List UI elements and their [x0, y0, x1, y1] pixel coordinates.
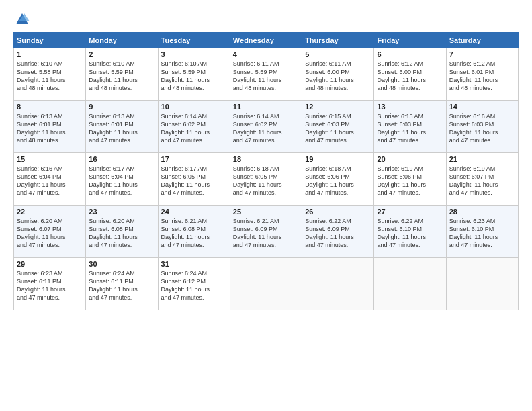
day-number: 28 — [449, 208, 515, 216]
calendar-week-row: 29Sunrise: 6:23 AMSunset: 6:11 PMDayligh… — [14, 258, 519, 310]
day-number: 1 — [17, 50, 83, 58]
calendar-day-cell: 19Sunrise: 6:18 AMSunset: 6:06 PMDayligh… — [302, 153, 374, 205]
day-info: Sunrise: 6:17 AMSunset: 6:04 PMDaylight:… — [89, 165, 154, 197]
calendar-day-cell: 18Sunrise: 6:18 AMSunset: 6:05 PMDayligh… — [230, 153, 302, 205]
day-number: 31 — [161, 260, 227, 268]
calendar-day-cell: 12Sunrise: 6:15 AMSunset: 6:03 PMDayligh… — [302, 101, 374, 153]
calendar-day-cell: 3Sunrise: 6:10 AMSunset: 5:59 PMDaylight… — [158, 48, 230, 101]
day-info: Sunrise: 6:20 AMSunset: 6:08 PMDaylight:… — [89, 217, 154, 250]
header — [13, 12, 519, 27]
day-number: 4 — [233, 50, 299, 58]
day-info: Sunrise: 6:24 AMSunset: 6:12 PMDaylight:… — [161, 269, 227, 302]
day-number: 20 — [377, 155, 443, 163]
empty-cell — [374, 258, 446, 310]
calendar-day-cell: 9Sunrise: 6:13 AMSunset: 6:01 PMDaylight… — [86, 101, 158, 153]
day-number: 24 — [161, 208, 227, 216]
weekday-header: Tuesday — [158, 33, 230, 48]
empty-cell — [230, 258, 302, 310]
day-number: 11 — [233, 103, 299, 111]
day-number: 25 — [233, 208, 299, 216]
day-number: 13 — [377, 103, 443, 111]
day-info: Sunrise: 6:16 AMSunset: 6:03 PMDaylight:… — [449, 112, 515, 145]
day-number: 10 — [161, 103, 227, 111]
day-info: Sunrise: 6:13 AMSunset: 6:01 PMDaylight:… — [17, 112, 83, 145]
calendar-day-cell: 25Sunrise: 6:21 AMSunset: 6:09 PMDayligh… — [230, 205, 302, 258]
day-info: Sunrise: 6:24 AMSunset: 6:11 PMDaylight:… — [89, 269, 154, 302]
calendar: SundayMondayTuesdayWednesdayThursdayFrid… — [13, 32, 519, 310]
calendar-day-cell: 23Sunrise: 6:20 AMSunset: 6:08 PMDayligh… — [86, 205, 158, 258]
day-info: Sunrise: 6:22 AMSunset: 6:09 PMDaylight:… — [305, 217, 371, 250]
day-info: Sunrise: 6:14 AMSunset: 6:02 PMDaylight:… — [161, 112, 227, 145]
day-info: Sunrise: 6:20 AMSunset: 6:07 PMDaylight:… — [17, 217, 83, 250]
day-number: 22 — [17, 208, 83, 216]
day-number: 14 — [449, 103, 515, 111]
day-info: Sunrise: 6:21 AMSunset: 6:08 PMDaylight:… — [161, 217, 227, 250]
calendar-day-cell: 21Sunrise: 6:19 AMSunset: 6:07 PMDayligh… — [446, 153, 518, 205]
day-number: 6 — [377, 50, 443, 58]
day-info: Sunrise: 6:12 AMSunset: 6:00 PMDaylight:… — [377, 60, 443, 93]
calendar-week-row: 1Sunrise: 6:10 AMSunset: 5:58 PMDaylight… — [14, 48, 519, 101]
day-info: Sunrise: 6:19 AMSunset: 6:06 PMDaylight:… — [377, 165, 443, 197]
day-info: Sunrise: 6:18 AMSunset: 6:06 PMDaylight:… — [305, 165, 371, 197]
calendar-day-cell: 20Sunrise: 6:19 AMSunset: 6:06 PMDayligh… — [374, 153, 446, 205]
calendar-day-cell: 1Sunrise: 6:10 AMSunset: 5:58 PMDaylight… — [14, 48, 86, 101]
day-number: 9 — [89, 103, 154, 111]
calendar-day-cell: 2Sunrise: 6:10 AMSunset: 5:59 PMDaylight… — [86, 48, 158, 101]
page: SundayMondayTuesdayWednesdayThursdayFrid… — [0, 0, 532, 411]
calendar-day-cell: 4Sunrise: 6:11 AMSunset: 5:59 PMDaylight… — [230, 48, 302, 101]
weekday-header: Sunday — [14, 33, 86, 48]
weekday-header: Friday — [374, 33, 446, 48]
day-info: Sunrise: 6:21 AMSunset: 6:09 PMDaylight:… — [233, 217, 299, 250]
weekday-header: Saturday — [446, 33, 518, 48]
calendar-day-cell: 22Sunrise: 6:20 AMSunset: 6:07 PMDayligh… — [14, 205, 86, 258]
weekday-header: Thursday — [302, 33, 374, 48]
calendar-day-cell: 10Sunrise: 6:14 AMSunset: 6:02 PMDayligh… — [158, 101, 230, 153]
calendar-day-cell: 14Sunrise: 6:16 AMSunset: 6:03 PMDayligh… — [446, 101, 518, 153]
calendar-day-cell: 24Sunrise: 6:21 AMSunset: 6:08 PMDayligh… — [158, 205, 230, 258]
calendar-week-row: 8Sunrise: 6:13 AMSunset: 6:01 PMDaylight… — [14, 101, 519, 153]
day-number: 26 — [305, 208, 371, 216]
weekday-header: Monday — [86, 33, 158, 48]
calendar-day-cell: 7Sunrise: 6:12 AMSunset: 6:01 PMDaylight… — [446, 48, 518, 101]
day-info: Sunrise: 6:15 AMSunset: 6:03 PMDaylight:… — [305, 112, 371, 145]
day-number: 7 — [449, 50, 515, 58]
day-info: Sunrise: 6:11 AMSunset: 5:59 PMDaylight:… — [233, 60, 299, 93]
day-number: 19 — [305, 155, 371, 163]
calendar-week-row: 22Sunrise: 6:20 AMSunset: 6:07 PMDayligh… — [14, 205, 519, 258]
calendar-day-cell: 17Sunrise: 6:17 AMSunset: 6:05 PMDayligh… — [158, 153, 230, 205]
calendar-day-cell: 27Sunrise: 6:22 AMSunset: 6:10 PMDayligh… — [374, 205, 446, 258]
day-number: 15 — [17, 155, 83, 163]
day-number: 12 — [305, 103, 371, 111]
day-number: 17 — [161, 155, 227, 163]
day-number: 27 — [377, 208, 443, 216]
day-info: Sunrise: 6:10 AMSunset: 5:59 PMDaylight:… — [161, 60, 227, 93]
calendar-week-row: 15Sunrise: 6:16 AMSunset: 6:04 PMDayligh… — [14, 153, 519, 205]
day-number: 23 — [89, 208, 154, 216]
calendar-day-cell: 6Sunrise: 6:12 AMSunset: 6:00 PMDaylight… — [374, 48, 446, 101]
day-number: 29 — [17, 260, 83, 268]
calendar-day-cell: 29Sunrise: 6:23 AMSunset: 6:11 PMDayligh… — [14, 258, 86, 310]
day-info: Sunrise: 6:17 AMSunset: 6:05 PMDaylight:… — [161, 165, 227, 197]
calendar-day-cell: 30Sunrise: 6:24 AMSunset: 6:11 PMDayligh… — [86, 258, 158, 310]
day-number: 5 — [305, 50, 371, 58]
day-info: Sunrise: 6:10 AMSunset: 5:58 PMDaylight:… — [17, 60, 83, 93]
header-row: SundayMondayTuesdayWednesdayThursdayFrid… — [14, 33, 519, 48]
day-info: Sunrise: 6:13 AMSunset: 6:01 PMDaylight:… — [89, 112, 154, 145]
day-info: Sunrise: 6:14 AMSunset: 6:02 PMDaylight:… — [233, 112, 299, 145]
calendar-day-cell: 31Sunrise: 6:24 AMSunset: 6:12 PMDayligh… — [158, 258, 230, 310]
day-info: Sunrise: 6:19 AMSunset: 6:07 PMDaylight:… — [449, 165, 515, 197]
weekday-header: Wednesday — [230, 33, 302, 48]
day-info: Sunrise: 6:10 AMSunset: 5:59 PMDaylight:… — [89, 60, 154, 93]
calendar-day-cell: 8Sunrise: 6:13 AMSunset: 6:01 PMDaylight… — [14, 101, 86, 153]
day-info: Sunrise: 6:12 AMSunset: 6:01 PMDaylight:… — [449, 60, 515, 93]
calendar-day-cell: 15Sunrise: 6:16 AMSunset: 6:04 PMDayligh… — [14, 153, 86, 205]
calendar-day-cell: 26Sunrise: 6:22 AMSunset: 6:09 PMDayligh… — [302, 205, 374, 258]
empty-cell — [302, 258, 374, 310]
day-info: Sunrise: 6:15 AMSunset: 6:03 PMDaylight:… — [377, 112, 443, 145]
day-info: Sunrise: 6:22 AMSunset: 6:10 PMDaylight:… — [377, 217, 443, 250]
logo-icon — [15, 12, 30, 27]
day-number: 2 — [89, 50, 154, 58]
empty-cell — [446, 258, 518, 310]
day-info: Sunrise: 6:18 AMSunset: 6:05 PMDaylight:… — [233, 165, 299, 197]
day-info: Sunrise: 6:16 AMSunset: 6:04 PMDaylight:… — [17, 165, 83, 197]
